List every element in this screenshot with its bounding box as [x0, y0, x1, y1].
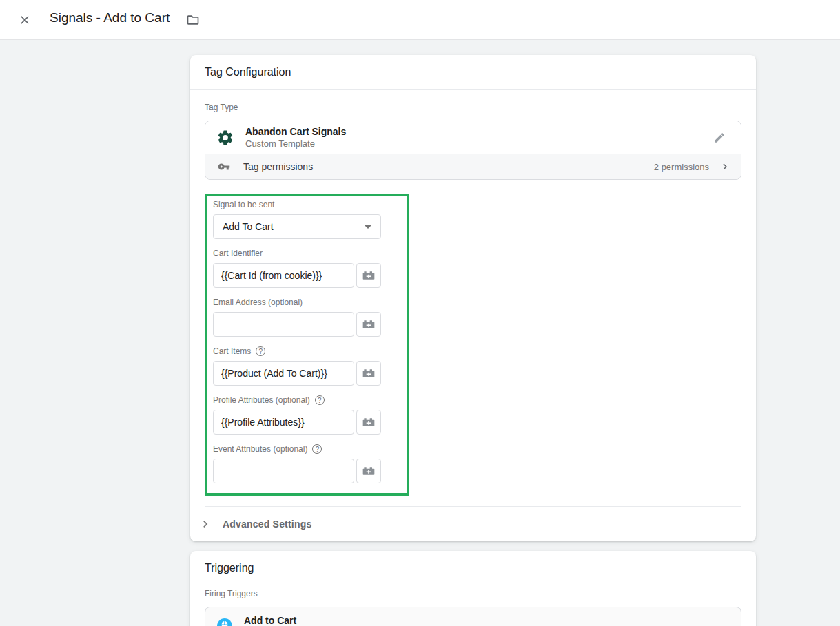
- variable-picker-icon: [362, 464, 376, 478]
- annotation-highlight-box: Signal to be sent Add To Cart Cart Ident…: [205, 194, 409, 496]
- close-button[interactable]: [14, 9, 36, 31]
- help-icon[interactable]: ?: [312, 444, 322, 454]
- cart-items-label: Cart Items: [213, 346, 251, 356]
- profile-attributes-label: Profile Attributes (optional): [213, 395, 310, 405]
- chevron-right-icon: [719, 160, 731, 173]
- email-field-group: Email Address (optional): [213, 298, 381, 337]
- triggering-title: Triggering: [205, 562, 254, 574]
- profile-attributes-variable-picker-button[interactable]: [356, 410, 381, 435]
- top-bar: Signals - Add to Cart: [0, 0, 840, 40]
- triggering-body: Firing Triggers Add to Cart All Elements: [190, 589, 756, 626]
- signal-selected-value: Add To Cart: [223, 221, 274, 232]
- template-info: Abandon Cart Signals Custom Template: [245, 126, 346, 149]
- email-input[interactable]: [213, 312, 354, 337]
- tag-type-box: Abandon Cart Signals Custom Template Tag: [205, 121, 741, 180]
- triggering-header: Triggering: [190, 551, 756, 585]
- cart-items-variable-picker-button[interactable]: [356, 361, 381, 386]
- profile-attributes-field-group: Profile Attributes (optional) ?: [213, 395, 381, 435]
- advanced-settings-label: Advanced Settings: [223, 519, 311, 530]
- template-name: Abandon Cart Signals: [245, 126, 346, 137]
- help-icon[interactable]: ?: [315, 395, 325, 405]
- tag-type-row[interactable]: Abandon Cart Signals Custom Template: [205, 121, 741, 154]
- tag-name-field[interactable]: Signals - Add to Cart: [48, 9, 178, 30]
- edit-tag-type-button[interactable]: [709, 127, 730, 148]
- signal-label: Signal to be sent: [213, 200, 274, 209]
- signal-field-group: Signal to be sent Add To Cart: [213, 200, 381, 239]
- variable-picker-icon: [362, 317, 376, 331]
- email-label: Email Address (optional): [213, 298, 303, 307]
- template-gear-icon: [216, 129, 234, 147]
- cart-identifier-label: Cart Identifier: [213, 249, 263, 258]
- cart-identifier-variable-picker-button[interactable]: [356, 263, 381, 288]
- permissions-key-icon: [218, 160, 230, 173]
- profile-attributes-input[interactable]: [213, 410, 354, 435]
- tag-configuration-title: Tag Configuration: [205, 66, 291, 79]
- email-variable-picker-button[interactable]: [356, 312, 381, 337]
- help-icon[interactable]: ?: [256, 346, 265, 356]
- cart-items-field-group: Cart Items ?: [213, 346, 381, 386]
- event-attributes-variable-picker-button[interactable]: [356, 459, 381, 483]
- tag-permissions-row[interactable]: Tag permissions 2 permissions: [205, 154, 741, 179]
- edit-pencil-icon: [713, 132, 726, 144]
- chevron-down-icon: [365, 225, 371, 229]
- tag-configuration-header: Tag Configuration: [190, 55, 756, 90]
- template-type: Custom Template: [245, 138, 346, 149]
- click-trigger-icon: [216, 618, 233, 626]
- tag-type-label: Tag Type: [205, 103, 741, 112]
- variable-picker-icon: [362, 366, 376, 380]
- folder-icon: [186, 13, 200, 27]
- advanced-settings-toggle[interactable]: Advanced Settings: [190, 507, 756, 541]
- event-attributes-label: Event Attributes (optional): [213, 444, 307, 454]
- permissions-count: 2 permissions: [654, 162, 709, 172]
- triggering-card: Triggering Firing Triggers Add to Cart A…: [190, 551, 756, 626]
- variable-picker-icon: [362, 269, 376, 282]
- cart-identifier-field-group: Cart Identifier: [213, 249, 381, 288]
- event-attributes-input[interactable]: [213, 459, 354, 483]
- firing-triggers-label: Firing Triggers: [205, 589, 741, 598]
- variable-picker-icon: [362, 415, 376, 429]
- editor-content: Tag Configuration Tag Type Abandon Cart …: [190, 55, 756, 626]
- signal-select[interactable]: Add To Cart: [213, 214, 381, 239]
- tag-permissions-label: Tag permissions: [243, 161, 313, 172]
- tag-title-wrap: Signals - Add to Cart: [48, 9, 204, 31]
- cart-identifier-input[interactable]: [213, 263, 354, 288]
- cart-items-input[interactable]: [213, 361, 354, 386]
- tag-configuration-card: Tag Configuration Tag Type Abandon Cart …: [190, 55, 756, 541]
- chevron-right-icon: [198, 517, 212, 531]
- event-attributes-field-group: Event Attributes (optional) ?: [213, 444, 381, 483]
- tag-configuration-body: Tag Type Abandon Cart Signals Custom Tem…: [190, 90, 756, 507]
- trigger-info: Add to Cart All Elements: [244, 615, 296, 626]
- trigger-name: Add to Cart: [244, 615, 296, 626]
- move-to-folder-button[interactable]: [182, 9, 204, 31]
- close-icon: [18, 13, 32, 27]
- trigger-row-add-to-cart[interactable]: Add to Cart All Elements: [205, 607, 741, 626]
